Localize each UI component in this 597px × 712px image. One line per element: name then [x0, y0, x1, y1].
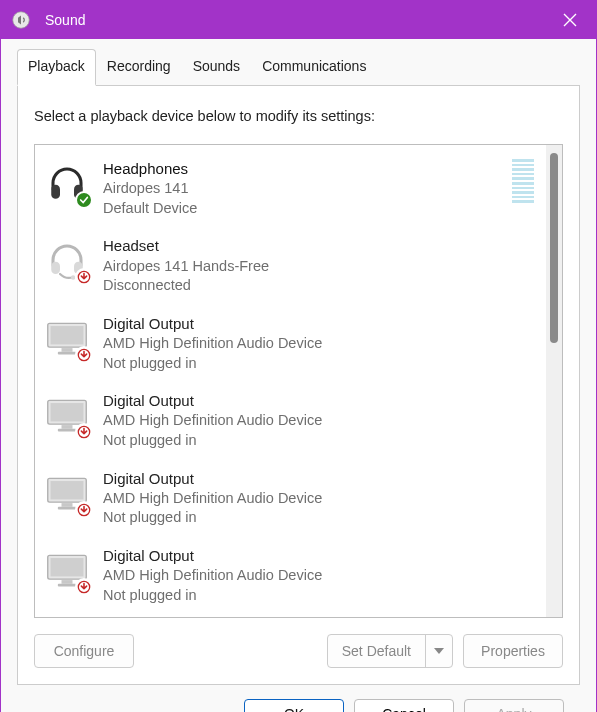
device-subtitle: AMD High Definition Audio Device [103, 489, 534, 509]
device-text: Digital OutputAMD High Definition Audio … [103, 314, 534, 373]
device-item[interactable]: HeadphonesAirdopes 141Default Device [35, 149, 546, 226]
set-default-dropdown[interactable] [426, 635, 452, 667]
dialog-footer: OK Cancel Apply [17, 685, 580, 712]
svg-rect-1 [51, 185, 60, 199]
window-title: Sound [45, 12, 544, 28]
configure-label: Configure [54, 643, 115, 659]
svg-rect-23 [51, 558, 84, 576]
titlebar: Sound [1, 1, 596, 39]
tab-communications[interactable]: Communications [251, 49, 377, 86]
device-name: Digital Output [103, 469, 534, 489]
tab-label: Recording [107, 58, 171, 74]
properties-button[interactable]: Properties [463, 634, 563, 668]
svg-rect-19 [62, 503, 73, 507]
device-item[interactable]: Digital OutputAMD High Definition Audio … [35, 381, 546, 458]
tabs: PlaybackRecordingSoundsCommunications [17, 49, 580, 86]
device-text: HeadsetAirdopes 141 Hands-FreeDisconnect… [103, 236, 534, 295]
device-list[interactable]: HeadphonesAirdopes 141Default Device Hea… [35, 145, 546, 617]
device-name: Headset [103, 236, 534, 256]
device-text: Digital OutputAMD High Definition Audio … [103, 391, 534, 450]
device-status: Default Device [103, 199, 504, 219]
device-name: Digital Output [103, 314, 534, 334]
device-text: HeadphonesAirdopes 141Default Device [103, 159, 504, 218]
device-list-container: HeadphonesAirdopes 141Default Device Hea… [34, 144, 563, 618]
close-button[interactable] [544, 1, 596, 39]
set-default-label: Set Default [342, 643, 411, 659]
headset-icon [43, 236, 91, 284]
disconnected-icon [75, 501, 93, 519]
panel-button-row: Configure Set Default Properties [34, 634, 563, 668]
dialog-content: PlaybackRecordingSoundsCommunications Se… [1, 39, 596, 712]
device-item[interactable]: Digital OutputAMD High Definition Audio … [35, 304, 546, 381]
monitor-icon [43, 546, 91, 594]
device-status: Not plugged in [103, 508, 534, 528]
cancel-button[interactable]: Cancel [354, 699, 454, 712]
tab-playback[interactable]: Playback [17, 49, 96, 86]
ok-label: OK [284, 706, 304, 712]
disconnected-icon [75, 346, 93, 364]
headphones-icon [43, 159, 91, 207]
disconnected-icon [75, 268, 93, 286]
device-name: Digital Output [103, 391, 534, 411]
apply-label: Apply [496, 706, 531, 712]
configure-button[interactable]: Configure [34, 634, 134, 668]
sound-dialog: Sound PlaybackRecordingSoundsCommunicati… [0, 0, 597, 712]
device-name: Digital Output [103, 546, 534, 566]
device-status: Not plugged in [103, 586, 534, 606]
set-default-button[interactable]: Set Default [327, 634, 453, 668]
monitor-icon [43, 314, 91, 362]
svg-rect-9 [62, 348, 73, 352]
device-subtitle: Airdopes 141 [103, 179, 504, 199]
instruction-text: Select a playback device below to modify… [34, 108, 563, 124]
properties-label: Properties [481, 643, 545, 659]
device-subtitle: AMD High Definition Audio Device [103, 566, 534, 586]
svg-rect-18 [51, 481, 84, 499]
sound-icon [11, 10, 31, 30]
svg-rect-14 [62, 425, 73, 429]
cancel-label: Cancel [382, 706, 426, 712]
monitor-icon [43, 469, 91, 517]
scrollbar[interactable] [546, 145, 562, 617]
playback-panel: Select a playback device below to modify… [17, 86, 580, 685]
device-subtitle: AMD High Definition Audio Device [103, 411, 534, 431]
device-item[interactable]: Digital OutputAMD High Definition Audio … [35, 536, 546, 613]
device-subtitle: Airdopes 141 Hands-Free [103, 257, 534, 277]
default-check-icon [75, 191, 93, 209]
apply-button[interactable]: Apply [464, 699, 564, 712]
disconnected-icon [75, 423, 93, 441]
device-text: Digital OutputAMD High Definition Audio … [103, 546, 534, 605]
disconnected-icon [75, 578, 93, 596]
tab-sounds[interactable]: Sounds [182, 49, 251, 86]
vu-meter [512, 159, 534, 203]
tab-recording[interactable]: Recording [96, 49, 182, 86]
svg-rect-10 [58, 352, 76, 355]
tab-label: Communications [262, 58, 366, 74]
svg-rect-20 [58, 506, 76, 509]
monitor-icon [43, 391, 91, 439]
tab-label: Sounds [193, 58, 240, 74]
svg-rect-3 [51, 262, 60, 274]
device-item[interactable]: Digital OutputAMD High Definition Audio … [35, 459, 546, 536]
svg-rect-8 [51, 326, 84, 344]
svg-rect-15 [58, 429, 76, 432]
device-item[interactable]: HeadsetAirdopes 141 Hands-FreeDisconnect… [35, 226, 546, 303]
svg-rect-24 [62, 580, 73, 584]
device-subtitle: AMD High Definition Audio Device [103, 334, 534, 354]
device-status: Not plugged in [103, 431, 534, 451]
device-text: Digital OutputAMD High Definition Audio … [103, 469, 534, 528]
device-name: Headphones [103, 159, 504, 179]
device-status: Not plugged in [103, 354, 534, 374]
scrollbar-thumb[interactable] [550, 153, 558, 343]
svg-rect-13 [51, 403, 84, 421]
ok-button[interactable]: OK [244, 699, 344, 712]
tab-label: Playback [28, 58, 85, 74]
device-status: Disconnected [103, 276, 534, 296]
svg-rect-25 [58, 584, 76, 587]
